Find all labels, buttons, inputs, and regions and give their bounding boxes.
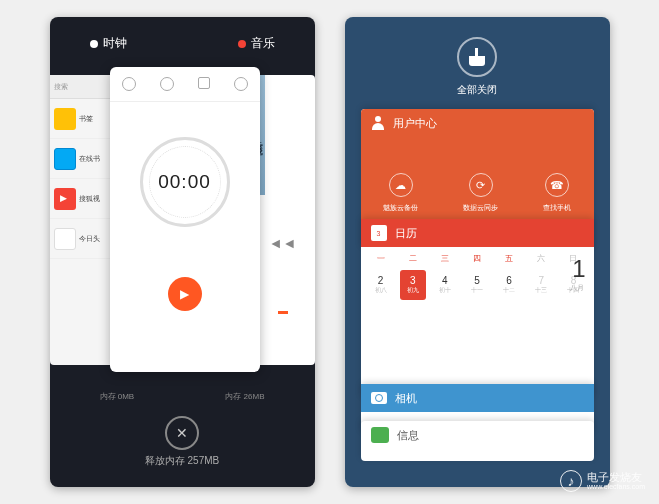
calendar-title: 日历 — [395, 226, 417, 241]
weekday: 六 — [537, 253, 545, 264]
close-all-button[interactable]: ✕ — [165, 416, 199, 450]
user-item-label: 查找手机 — [543, 203, 571, 213]
stopwatch-icon[interactable] — [198, 77, 210, 89]
video-icon — [54, 188, 76, 210]
stopwatch-time: 00:00 — [158, 171, 211, 193]
browser-item-label: 在线书 — [79, 154, 100, 164]
camera-icon — [371, 392, 387, 404]
messages-title: 信息 — [397, 428, 419, 443]
browser-bookmark-item[interactable]: 书签 — [50, 99, 115, 139]
weekday: 五 — [505, 253, 513, 264]
dot-icon — [238, 40, 246, 48]
clock-app-label: 时钟 — [90, 35, 127, 52]
phone-left-recents: 时钟 音乐 搜索 书签 在线书 搜狐视 — [50, 17, 315, 487]
release-memory-label: 释放内存 257MB — [50, 454, 315, 468]
clock-tabs — [110, 67, 260, 102]
play-icon: ▶ — [180, 287, 189, 301]
user-item-label: 数据云同步 — [463, 203, 498, 213]
browser-book-item[interactable]: 在线书 — [50, 139, 115, 179]
calendar-header: 3 日历 — [361, 219, 594, 247]
music-card[interactable]: 天空 之城 ◄◄ — [251, 75, 315, 365]
music-label-text: 音乐 — [251, 35, 275, 52]
person-icon — [371, 116, 385, 130]
browser-search-bar[interactable]: 搜索 — [50, 75, 115, 99]
find-phone-item[interactable]: ☎ 查找手机 — [543, 173, 571, 213]
calendar-day-today[interactable]: 3 初九 — [400, 270, 426, 300]
cloud-backup-item[interactable]: ☁ 魅族云备份 — [383, 173, 418, 213]
prev-track-button[interactable]: ◄◄ — [251, 235, 315, 251]
clock-label-text: 时钟 — [103, 35, 127, 52]
bookmark-icon — [54, 108, 76, 130]
calendar-day[interactable]: 4 初十 — [432, 270, 458, 300]
browser-card[interactable]: 搜索 书签 在线书 搜狐视 今日头 — [50, 75, 115, 365]
weekday: 二 — [409, 253, 417, 264]
app-labels-row: 时钟 音乐 — [50, 17, 315, 62]
calendar-day[interactable]: 2 初八 — [368, 270, 394, 300]
stopwatch-face: 00:00 — [140, 137, 230, 227]
music-memory: 内存 26MB — [225, 391, 264, 402]
message-icon — [371, 427, 389, 443]
watermark-name: 电子发烧友 — [587, 472, 645, 483]
weekday: 三 — [441, 253, 449, 264]
recent-cards-row: 搜索 书签 在线书 搜狐视 今日头 — [50, 67, 315, 387]
calendar-day[interactable]: 5 十一 — [464, 270, 490, 300]
dot-icon — [90, 40, 98, 48]
close-icon: ✕ — [176, 425, 188, 441]
book-icon — [54, 148, 76, 170]
calendar-row: 2 初八 3 初九 4 初十 5 十一 — [365, 270, 590, 300]
messages-header: 信息 — [361, 421, 594, 449]
browser-item-label: 书签 — [79, 114, 93, 124]
clean-all-button[interactable] — [457, 37, 497, 77]
calendar-big-day: 1 — [572, 255, 585, 283]
calendar-big-month: 八月 — [570, 283, 584, 293]
calendar-week-row: 一 二 三 四 五 六 日 — [361, 247, 594, 270]
camera-title: 相机 — [395, 391, 417, 406]
user-center-header: 用户中心 — [361, 109, 594, 137]
timer-icon[interactable] — [234, 77, 248, 91]
watermark-text: 电子发烧友 www.elecfans.com — [587, 472, 645, 490]
sync-icon: ⟳ — [469, 173, 493, 197]
cloud-icon: ☁ — [389, 173, 413, 197]
messages-card[interactable]: 信息 — [361, 421, 594, 461]
card-stack: 用户中心 ☁ 魅族云备份 ⟳ 数据云同步 ☎ 查找手机 — [345, 109, 610, 479]
calendar-day[interactable]: 6 十二 — [496, 270, 522, 300]
camera-header: 相机 — [361, 384, 594, 412]
search-placeholder: 搜索 — [54, 82, 68, 92]
clean-all-label: 全部关闭 — [345, 83, 610, 97]
alarm-icon[interactable] — [160, 77, 174, 91]
user-item-label: 魅族云备份 — [383, 203, 418, 213]
data-sync-item[interactable]: ⟳ 数据云同步 — [463, 173, 498, 213]
progress-indicator — [278, 311, 288, 314]
music-app-label: 音乐 — [238, 35, 275, 52]
phone-icon: ☎ — [545, 173, 569, 197]
calendar-body: 2 初八 3 初九 4 初十 5 十一 — [361, 270, 594, 300]
phone-right-recents: 全部关闭 用户中心 ☁ 魅族云备份 ⟳ 数据云同步 ☎ 查找手机 — [345, 17, 610, 487]
watermark-url: www.elecfans.com — [587, 483, 645, 490]
world-clock-icon[interactable] — [122, 77, 136, 91]
clock-memory: 内存 0MB — [100, 391, 135, 402]
browser-item-label: 今日头 — [79, 234, 100, 244]
music-controls: ◄◄ — [251, 195, 315, 314]
calendar-day[interactable]: 7 十三 — [528, 270, 554, 300]
calendar-icon: 3 — [371, 225, 387, 241]
watermark: ♪ 电子发烧友 www.elecfans.com — [560, 470, 645, 492]
weekday: 四 — [473, 253, 481, 264]
user-center-title: 用户中心 — [393, 116, 437, 131]
browser-item-label: 搜狐视 — [79, 194, 100, 204]
browser-news-item[interactable]: 今日头 — [50, 219, 115, 259]
calendar-card[interactable]: 3 日历 一 二 三 四 五 六 日 1 八月 2 初八 — [361, 219, 594, 399]
browser-video-item[interactable]: 搜狐视 — [50, 179, 115, 219]
news-icon — [54, 228, 76, 250]
clock-card[interactable]: 00:00 ▶ — [110, 67, 260, 372]
broom-icon — [469, 48, 485, 66]
memory-labels: 内存 0MB 内存 26MB — [50, 387, 315, 402]
watermark-icon: ♪ — [560, 470, 582, 492]
weekday: 一 — [377, 253, 385, 264]
play-button[interactable]: ▶ — [168, 277, 202, 311]
